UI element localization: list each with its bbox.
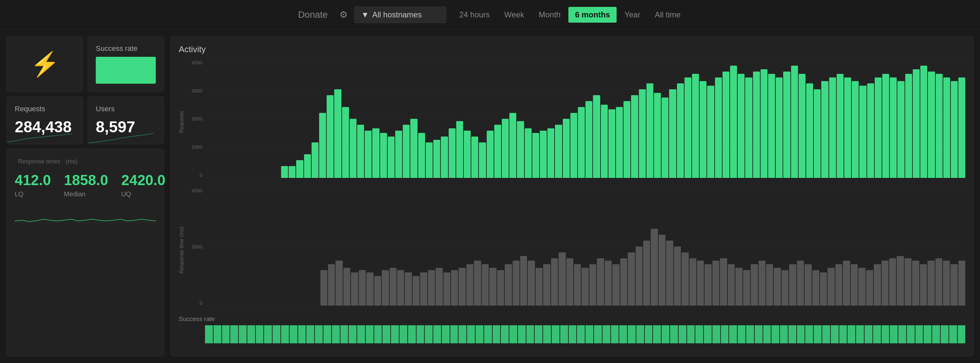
bar: [715, 77, 722, 178]
success-bar-segment: [704, 325, 712, 343]
bar: [913, 69, 920, 178]
bar: [844, 77, 851, 178]
success-bar-segment: [746, 325, 754, 343]
bar: [281, 166, 288, 178]
bar: [342, 107, 349, 178]
success-bar-segment: [789, 325, 796, 343]
bar: [776, 77, 783, 178]
time-btn-month[interactable]: Month: [532, 7, 567, 22]
bar: [479, 142, 486, 178]
success-bar-segment: [323, 325, 331, 343]
bar: [570, 113, 577, 178]
users-sparkline: [88, 131, 153, 144]
success-bar-segment: [569, 325, 577, 343]
time-btn-week[interactable]: Week: [498, 7, 531, 22]
bar: [928, 72, 935, 178]
bar: [684, 77, 691, 178]
bar: [366, 272, 373, 305]
success-rate-section: Success rate: [179, 315, 965, 348]
bar: [799, 74, 805, 178]
success-bar-segment: [577, 325, 585, 343]
success-bar-segment: [442, 325, 450, 343]
donate-button[interactable]: Donate: [293, 7, 333, 22]
bar: [336, 261, 342, 305]
success-bar-segment: [213, 325, 221, 343]
success-bar-segment: [603, 325, 610, 343]
uq-label: UQ: [121, 190, 165, 198]
bar: [509, 113, 516, 178]
bar: [405, 272, 412, 305]
bar: [759, 261, 765, 305]
chart-y-label: Requests: [179, 60, 189, 184]
bar: [497, 270, 504, 305]
success-bar-segment: [543, 325, 551, 343]
bar: [728, 264, 735, 305]
success-bar-segment: [399, 325, 407, 343]
success-bar-segment: [509, 325, 517, 343]
bar: [466, 264, 473, 305]
bar: [791, 66, 798, 178]
success-bar-segment: [670, 325, 678, 343]
bar: [912, 261, 919, 305]
bar: [707, 86, 714, 178]
hostname-select[interactable]: ▼ All hostnames: [354, 6, 446, 23]
success-bar-segment: [907, 325, 915, 343]
success-bar-segment: [890, 325, 898, 343]
bar: [380, 133, 387, 178]
bar: [327, 95, 334, 178]
hostname-label: All hostnames: [372, 10, 422, 19]
success-rate-card: Success rate 99.8%: [88, 36, 164, 92]
y-tick-label: 1000: [189, 144, 205, 150]
success-bar-segment: [780, 325, 788, 343]
success-bar-segment: [865, 325, 872, 343]
time-btn-6-months[interactable]: 6 months: [568, 7, 617, 22]
bar: [692, 74, 699, 178]
bar: [350, 119, 356, 178]
success-bar-segment: [501, 325, 509, 343]
success-bar-segment: [662, 325, 670, 343]
lq-label: LQ: [15, 190, 51, 198]
success-bar-segment: [458, 325, 466, 343]
bar: [681, 253, 689, 305]
chart-y-label: Response time (ms): [179, 188, 189, 312]
success-bar-segment: [881, 325, 889, 343]
success-bar-segment: [679, 325, 686, 343]
success-bar-segment: [239, 325, 247, 343]
right-panel: Activity Requests40003000200010000Respon…: [170, 36, 974, 357]
success-bar-segment: [417, 325, 425, 343]
bar: [413, 276, 420, 305]
time-btn-all-time[interactable]: All time: [648, 7, 687, 22]
time-btn-24-hours[interactable]: 24 hours: [453, 7, 496, 22]
success-rate-bars: [205, 325, 965, 343]
bar: [605, 261, 612, 305]
success-bar-segment: [256, 325, 264, 343]
bar: [797, 261, 804, 305]
time-btn-year[interactable]: Year: [618, 7, 647, 22]
time-buttons-group: 24 hoursWeekMonth6 monthsYearAll time: [453, 7, 687, 22]
bar: [958, 261, 965, 305]
bar: [781, 270, 789, 305]
bar: [867, 83, 874, 178]
success-bar-segment: [611, 325, 619, 343]
bar: [805, 264, 811, 305]
bar: [505, 264, 512, 305]
bar: [359, 270, 366, 305]
success-bar-segment: [831, 325, 838, 343]
bar: [365, 131, 372, 178]
bar: [566, 258, 573, 305]
gear-icon[interactable]: ⚙: [339, 9, 348, 20]
bar: [482, 264, 489, 305]
bar: [403, 125, 410, 178]
success-bar-segment: [340, 325, 348, 343]
bar: [612, 264, 619, 305]
bar: [928, 261, 934, 305]
bar: [743, 270, 750, 305]
bar: [451, 270, 458, 305]
success-bar-segment: [560, 325, 568, 343]
bar: [357, 125, 364, 178]
success-rate-value: 99.8%: [105, 62, 146, 78]
success-bar-segment: [366, 325, 374, 343]
bar: [319, 113, 326, 178]
median-label: Median: [64, 190, 108, 198]
bar: [866, 270, 873, 305]
